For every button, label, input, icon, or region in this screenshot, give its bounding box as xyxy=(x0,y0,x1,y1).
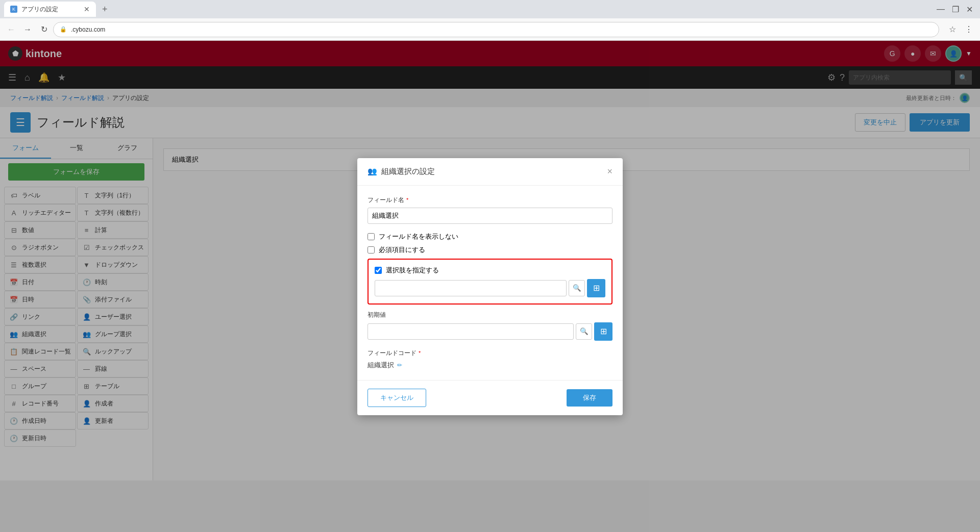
hide-field-name-row: フィールド名を表示しない xyxy=(368,232,612,241)
modal-save-button[interactable]: 保存 xyxy=(567,389,612,407)
edit-field-code-icon[interactable]: ✏ xyxy=(397,362,402,369)
initial-value-group: 初期値 🔍 ⊞ xyxy=(368,311,612,341)
more-icon[interactable]: ⋮ xyxy=(962,22,976,37)
back-button[interactable]: ← xyxy=(4,22,18,37)
initial-value-org-button[interactable]: ⊞ xyxy=(594,322,612,341)
initial-value-row: 🔍 ⊞ xyxy=(368,322,612,341)
tab-close-icon[interactable]: ✕ xyxy=(84,5,90,13)
required-mark-name: * xyxy=(406,197,408,203)
options-search-input[interactable] xyxy=(375,280,567,296)
search-magnifier-icon: 🔍 xyxy=(573,284,581,292)
forward-button[interactable]: → xyxy=(20,22,35,37)
org-picker-button[interactable]: ⊞ xyxy=(587,279,605,297)
tab-label: アプリの設定 xyxy=(21,5,80,14)
browser-tab[interactable]: K アプリの設定 ✕ xyxy=(4,2,96,17)
field-code-value-row: 組織選択 ✏ xyxy=(368,361,612,370)
specify-options-section: 選択肢を指定する 🔍 ⊞ xyxy=(368,259,612,305)
specify-options-checkbox[interactable] xyxy=(375,267,382,274)
browser-titlebar: K アプリの設定 ✕ + — ❐ ✕ xyxy=(0,0,980,18)
modal-header: 👥 組織選択の設定 × xyxy=(357,158,623,186)
required-field-row: 必須項目にする xyxy=(368,245,612,255)
modal-title-icon: 👥 xyxy=(368,167,377,176)
maximize-button[interactable]: ❐ xyxy=(949,5,962,14)
initial-search-icon: 🔍 xyxy=(580,327,589,335)
options-search-row: 🔍 ⊞ xyxy=(375,279,605,297)
modal-title-text: 組織選択の設定 xyxy=(381,167,435,176)
modal-cancel-button[interactable]: キャンセル xyxy=(368,389,426,407)
modal-body: フィールド名 * フィールド名を表示しない 必須項目にする 選択肢 xyxy=(357,186,623,380)
tab-favicon: K xyxy=(10,6,17,13)
hide-field-name-checkbox[interactable] xyxy=(368,233,375,240)
modal-close-button[interactable]: × xyxy=(607,166,612,177)
required-mark-code: * xyxy=(419,350,421,356)
new-tab-button[interactable]: + xyxy=(98,4,112,15)
browser-action-icons: ☆ ⋮ xyxy=(945,22,976,37)
address-text: .cybozu.com xyxy=(71,26,105,33)
modal-title: 👥 組織選択の設定 xyxy=(368,167,435,176)
field-name-label: フィールド名 * xyxy=(368,196,612,205)
initial-value-label: 初期値 xyxy=(368,311,612,319)
initial-org-icon: ⊞ xyxy=(600,326,607,336)
field-code-text: 組織選択 xyxy=(368,361,394,370)
close-button[interactable]: ✕ xyxy=(963,5,976,14)
hide-field-name-label: フィールド名を表示しない xyxy=(379,232,458,241)
browser-controls: ← → ↻ 🔒 .cybozu.com ☆ ⋮ xyxy=(0,18,980,41)
field-code-label: フィールドコード * xyxy=(368,349,612,358)
options-search-button[interactable]: 🔍 xyxy=(569,280,585,296)
modal-overlay[interactable]: 👥 組織選択の設定 × フィールド名 * フィールド名を表示しない xyxy=(0,41,980,480)
initial-value-input[interactable] xyxy=(368,323,574,340)
initial-value-search-button[interactable]: 🔍 xyxy=(576,323,592,340)
browser-chrome: K アプリの設定 ✕ + — ❐ ✕ ← → ↻ 🔒 .cybozu.com ☆… xyxy=(0,0,980,41)
star-icon[interactable]: ☆ xyxy=(945,22,960,37)
specify-options-row: 選択肢を指定する xyxy=(375,266,605,275)
field-code-area: フィールドコード * 組織選択 ✏ xyxy=(368,349,612,370)
field-name-input[interactable] xyxy=(368,208,612,224)
specify-options-label: 選択肢を指定する xyxy=(386,266,439,275)
reload-button[interactable]: ↻ xyxy=(37,22,51,37)
field-name-group: フィールド名 * xyxy=(368,196,612,224)
org-picker-icon: ⊞ xyxy=(593,283,600,293)
required-field-checkbox[interactable] xyxy=(368,246,375,254)
required-field-label: 必須項目にする xyxy=(379,245,425,255)
modal-footer: キャンセル 保存 xyxy=(357,380,623,415)
minimize-button[interactable]: — xyxy=(934,5,948,14)
lock-icon: 🔒 xyxy=(60,26,67,33)
address-bar[interactable]: 🔒 .cybozu.com xyxy=(53,22,939,37)
org-settings-modal: 👥 組織選択の設定 × フィールド名 * フィールド名を表示しない xyxy=(357,158,623,415)
